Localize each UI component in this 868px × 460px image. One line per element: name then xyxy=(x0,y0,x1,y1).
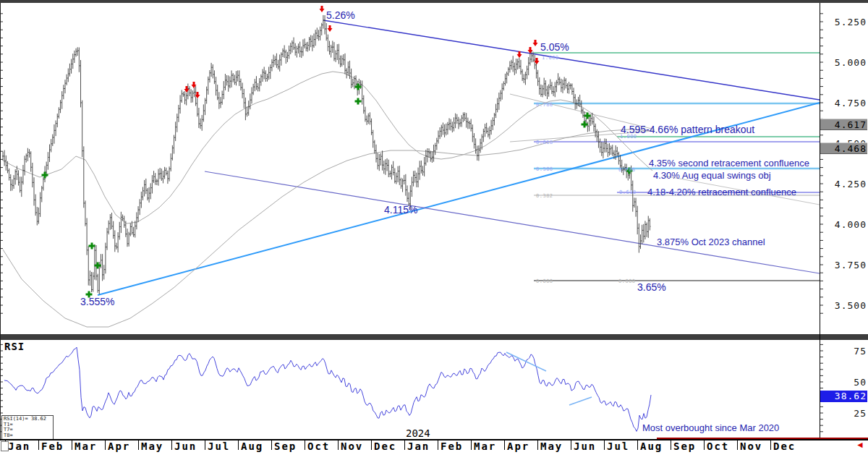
month-tick xyxy=(438,440,438,450)
month-tick xyxy=(338,440,339,450)
month-tick xyxy=(571,440,571,450)
month-tick xyxy=(404,440,405,450)
buy-signal-marker-icon xyxy=(355,98,362,105)
month-label: Sep xyxy=(673,440,696,452)
fib-level-label: 0.500 xyxy=(536,166,553,172)
buy-signal-marker-icon xyxy=(95,263,101,269)
month-tick xyxy=(471,440,472,450)
month-label: Feb xyxy=(441,440,463,452)
month-tick xyxy=(105,440,106,450)
cqg-chart-window: 5.26%5.05%4.595-4.66% pattern breakout4.… xyxy=(0,0,868,460)
fib-level-label: 0.000 xyxy=(536,278,553,284)
month-tick xyxy=(371,440,372,450)
price-axis-label: 5.250 xyxy=(822,17,867,27)
month-label: Jan xyxy=(407,440,430,452)
month-tick xyxy=(770,440,771,450)
price-axis-label: 4.000 xyxy=(822,219,867,230)
month-label: Apr xyxy=(108,440,130,452)
month-label: Oct xyxy=(707,440,729,452)
month-tick xyxy=(238,440,239,450)
fib-level-label: 1.000 xyxy=(542,55,559,61)
fib-level-label: 0.618 xyxy=(619,189,637,195)
rsi-axis-label: 25 xyxy=(822,408,867,419)
rsi-axis-label: 75 xyxy=(822,346,867,357)
rsi-legend-box[interactable]: RSI(14)= 38.62 T1= T7= T8= xyxy=(1,415,54,440)
chart-canvas[interactable] xyxy=(0,0,868,460)
month-label: May xyxy=(141,440,163,452)
month-label: Apr xyxy=(507,440,529,452)
month-tick xyxy=(138,440,139,450)
buy-signal-marker-icon xyxy=(42,172,48,179)
panel-divider[interactable] xyxy=(0,334,868,340)
month-tick xyxy=(671,440,671,450)
month-tick xyxy=(72,440,72,450)
month-tick xyxy=(38,440,39,450)
sell-signal-arrow-icon xyxy=(320,6,325,12)
price-axis-label: 4.750 xyxy=(822,98,867,108)
axis-separator xyxy=(820,3,820,439)
oct-2023-descending-trendline[interactable] xyxy=(323,20,820,100)
fib-level-label: 0.382 xyxy=(536,193,553,199)
annotation-label[interactable]: 5.05% xyxy=(540,42,569,53)
month-tick xyxy=(604,440,605,450)
annotation-label[interactable]: 3.65% xyxy=(637,282,666,293)
price-axis-label: 3.500 xyxy=(822,300,867,311)
annotation-label[interactable]: 4.30% Aug equal swings obj xyxy=(653,171,771,181)
price-axis-label: 5.000 xyxy=(822,57,867,68)
scroll-left-arrow-icon[interactable]: ◄ xyxy=(856,440,864,450)
annotation-label[interactable]: 4.115% xyxy=(384,205,417,216)
month-label: Oct xyxy=(307,440,330,452)
month-label: Jul xyxy=(607,440,629,452)
fib-level-label: 0.000 xyxy=(618,278,636,284)
month-label: Aug xyxy=(241,440,263,452)
month-label: Dec xyxy=(374,440,396,452)
sell-signal-arrow-icon xyxy=(533,40,538,46)
buy-signal-marker-icon xyxy=(89,243,95,250)
year-label: 2024 xyxy=(406,427,430,439)
plot-left-border xyxy=(0,3,1,439)
month-label: Jul xyxy=(208,440,230,452)
annotation-label[interactable]: 3.875% Oct 2023 channel xyxy=(657,237,765,247)
rsi-trendline[interactable] xyxy=(569,397,592,405)
annotation-label[interactable]: 3.555% xyxy=(80,297,114,307)
month-label: Jun xyxy=(174,440,197,452)
buy-signal-marker-icon xyxy=(582,122,588,128)
month-label: Mar xyxy=(75,440,97,452)
month-label: Dec xyxy=(773,440,796,452)
month-label: Jan xyxy=(8,440,30,452)
rsi-panel[interactable] xyxy=(4,347,651,431)
rsi-current-value-badge: 38.62 xyxy=(820,391,867,402)
axis-ticks xyxy=(0,14,823,432)
rsi-line xyxy=(4,347,651,431)
rsi-legend-line: T8= xyxy=(4,433,51,439)
annotation-label[interactable]: 4.595-4.66% pattern breakout xyxy=(621,124,754,135)
fib-level-label: 0.618 xyxy=(536,140,553,145)
fib-level-label: 0.786 xyxy=(536,102,553,108)
month-tick xyxy=(537,440,538,450)
fib-level-label: 1.000 xyxy=(620,134,637,140)
month-tick xyxy=(171,440,172,450)
month-tick xyxy=(637,440,638,450)
month-label: Nov xyxy=(740,440,762,452)
annotation-label[interactable]: Most overbought since Mar 2020 xyxy=(642,423,779,433)
future-date-marker xyxy=(657,438,868,439)
rsi-axis-label: 50 xyxy=(822,377,867,388)
axis-checkbox[interactable] xyxy=(1,441,9,451)
sell-signal-arrow-icon xyxy=(328,25,333,32)
month-label: Aug xyxy=(640,440,663,452)
fib-level-label: 0.786 xyxy=(618,167,636,173)
annotation-label[interactable]: 5.26% xyxy=(326,10,355,21)
month-label: Feb xyxy=(41,440,64,452)
month-label: Nov xyxy=(341,440,363,452)
month-tick xyxy=(271,440,272,450)
price-alert-badge[interactable]: 4.617 xyxy=(820,119,867,130)
annotation-label[interactable]: 4.35% second retracement confluence xyxy=(649,158,809,169)
price-alert-badge[interactable]: 4.468 xyxy=(820,142,867,154)
status-bar: CQG Inc. © 2024 All rights reserved worl… xyxy=(0,452,868,460)
month-tick xyxy=(305,440,305,450)
month-label: Sep xyxy=(274,440,297,452)
price-axis-label: 3.750 xyxy=(822,260,867,271)
price-axis-label: 4.250 xyxy=(822,179,867,189)
rsi-trendline[interactable] xyxy=(506,352,546,371)
annotation-label[interactable]: 4.18-4.20% retracement confluence xyxy=(647,187,796,197)
